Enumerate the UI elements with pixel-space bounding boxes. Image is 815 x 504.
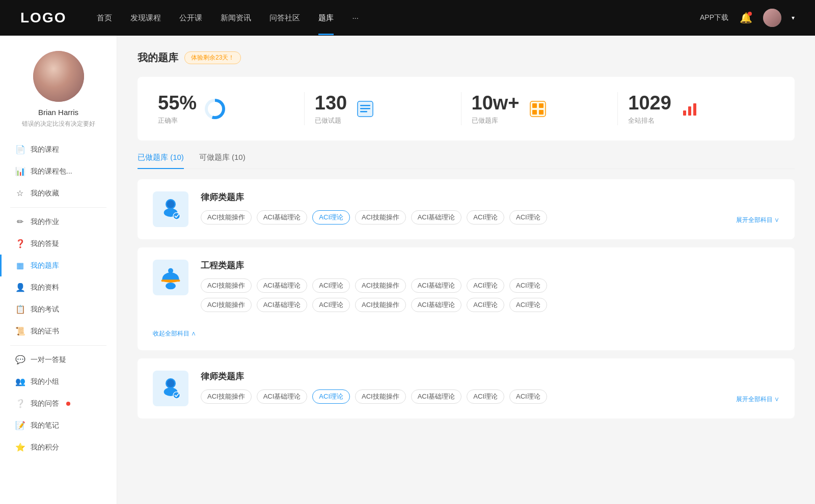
rank-label: 全站排名 <box>628 116 671 125</box>
bank-tag-2-1[interactable]: ACI基础理论 <box>257 389 308 404</box>
nav-item-home[interactable]: 首页 <box>97 13 112 23</box>
done-questions-label: 已做试题 <box>315 116 347 125</box>
sidebar-item-notes[interactable]: 📝 我的笔记 <box>0 414 117 436</box>
bank-tag-2-0[interactable]: ACI技能操作 <box>201 389 252 404</box>
bank-tag-1-s5[interactable]: ACI理论 <box>467 298 504 312</box>
tab-available-banks[interactable]: 可做题库 (10) <box>199 153 246 169</box>
navbar-dropdown-caret[interactable]: ▾ <box>792 14 795 21</box>
avatar-inner <box>33 51 84 102</box>
sidebar-item-my-questions[interactable]: ❔ 我的问答 <box>0 393 117 414</box>
navbar-menu: 首页 发现课程 公开课 新闻资讯 问答社区 题库 ··· <box>97 13 700 23</box>
svg-rect-10 <box>688 106 691 116</box>
profile-avatar <box>33 51 84 102</box>
lawyer-svg-2 <box>158 376 183 401</box>
svg-rect-2 <box>360 108 370 109</box>
sidebar-item-cert[interactable]: 📜 我的证书 <box>0 320 117 342</box>
bank-info-engineer: 工程类题库 ACI技能操作 ACI基础理论 ACI理论 ACI技能操作 ACI基… <box>201 260 547 312</box>
rank-number: 1029 <box>628 92 671 114</box>
bank-tag-2-3[interactable]: ACI技能操作 <box>355 389 406 404</box>
courses-icon: 📄 <box>15 145 24 154</box>
sidebar: Brian Harris 错误的决定比没有决定要好 📄 我的课程 📊 我的课程包… <box>0 36 117 504</box>
svg-point-15 <box>173 213 180 219</box>
bar-chart-icon <box>680 99 700 119</box>
sidebar-item-qa-answer[interactable]: ❓ 我的答疑 <box>0 233 117 255</box>
bank-tag-1-s2[interactable]: ACI理论 <box>312 298 350 312</box>
tab-done-banks[interactable]: 已做题库 (10) <box>138 153 184 169</box>
bank-tag-2-2[interactable]: ACI理论 <box>312 389 350 404</box>
bank-tag-0-5[interactable]: ACI理论 <box>467 210 504 225</box>
nav-item-qa[interactable]: 问答社区 <box>269 13 300 23</box>
accuracy-text-group: 55% 正确率 <box>158 92 197 125</box>
bank-tag-0-0[interactable]: ACI技能操作 <box>201 210 252 225</box>
stat-done-questions: 130 已做试题 <box>305 92 461 125</box>
navbar-avatar[interactable] <box>763 9 781 27</box>
bank-tag-1-3[interactable]: ACI技能操作 <box>355 278 406 293</box>
sidebar-item-points[interactable]: ⭐ 我的积分 <box>0 436 117 458</box>
expand-link-1[interactable]: 展开全部科目 ∨ <box>736 216 779 225</box>
expand-link-3[interactable]: 展开全部科目 ∨ <box>736 395 779 404</box>
nav-item-open[interactable]: 公开课 <box>179 13 202 23</box>
bank-tag-1-s6[interactable]: ACI理论 <box>509 298 547 312</box>
app-download-link[interactable]: APP下载 <box>700 13 728 22</box>
package-icon: 📊 <box>15 166 24 176</box>
bank-tag-2-6[interactable]: ACI理论 <box>509 389 547 404</box>
svg-rect-1 <box>360 105 370 106</box>
done-questions-number: 130 <box>315 92 347 114</box>
sidebar-item-favorites[interactable]: ☆ 我的收藏 <box>0 182 117 204</box>
nav-item-bank[interactable]: 题库 <box>318 13 334 23</box>
navbar-logo[interactable]: LOGO <box>20 10 66 26</box>
accuracy-label: 正确率 <box>158 116 197 125</box>
stat-rank: 1029 全站排名 <box>618 92 774 125</box>
tab-row: 已做题库 (10) 可做题库 (10) <box>138 153 795 169</box>
sidebar-item-exam[interactable]: 📋 我的考试 <box>0 298 117 320</box>
question-icon: ❔ <box>15 399 24 408</box>
bank-name-lawyer-2: 律师类题库 <box>201 371 779 382</box>
bank-name-engineer: 工程类题库 <box>201 260 547 271</box>
bank-tag-1-2[interactable]: ACI理论 <box>312 278 350 293</box>
bank-tag-1-s4[interactable]: ACI基础理论 <box>411 298 462 312</box>
bank-tag-0-1[interactable]: ACI基础理论 <box>257 210 308 225</box>
sidebar-item-homework[interactable]: ✏ 我的作业 <box>0 211 117 233</box>
bank-tag-1-1[interactable]: ACI基础理论 <box>257 278 308 293</box>
collapse-link[interactable]: 收起全部科目 ∧ <box>153 329 196 338</box>
bank-tag-1-s3[interactable]: ACI技能操作 <box>355 298 406 312</box>
bank-tag-1-5[interactable]: ACI理论 <box>467 278 504 293</box>
avatar-image <box>763 9 781 27</box>
bank-tag-2-5[interactable]: ACI理论 <box>467 389 504 404</box>
sidebar-item-course-package[interactable]: 📊 我的课程包... <box>0 160 117 182</box>
navbar-right: APP下载 🔔 ▾ <box>700 9 795 27</box>
sidebar-item-profile[interactable]: 👤 我的资料 <box>0 276 117 298</box>
bank-tag-2-4[interactable]: ACI基础理论 <box>411 389 462 404</box>
nav-item-news[interactable]: 新闻资讯 <box>221 13 251 23</box>
lawyer-icon-wrapper-1 <box>153 191 188 227</box>
page-header: 我的题库 体验剩余23天！ <box>138 51 795 65</box>
cert-icon: 📜 <box>15 326 24 336</box>
bank-tag-0-3[interactable]: ACI技能操作 <box>355 210 406 225</box>
sidebar-item-my-courses[interactable]: 📄 我的课程 <box>0 138 117 160</box>
sidebar-item-one-on-one[interactable]: 💬 一对一答疑 <box>0 349 117 371</box>
bank-tag-0-6[interactable]: ACI理论 <box>509 210 547 225</box>
done-banks-text: 10w+ 已做题库 <box>472 92 520 125</box>
bank-icon: ▦ <box>15 261 24 270</box>
lawyer-icon-wrapper-2 <box>153 371 188 406</box>
chat-icon: 💬 <box>15 355 24 365</box>
bank-tag-1-6[interactable]: ACI理论 <box>509 278 547 293</box>
bank-tag-0-2[interactable]: ACI理论 <box>312 210 350 225</box>
notification-bell[interactable]: 🔔 <box>739 11 753 25</box>
bank-tag-1-s0[interactable]: ACI技能操作 <box>201 298 252 312</box>
svg-rect-8 <box>539 110 544 115</box>
svg-rect-5 <box>532 103 537 108</box>
notes-icon: 📝 <box>15 421 24 430</box>
list-icon <box>355 99 375 119</box>
done-banks-label: 已做题库 <box>472 116 520 125</box>
sidebar-item-my-bank[interactable]: ▦ 我的题库 <box>0 255 117 276</box>
bank-tag-1-4[interactable]: ACI基础理论 <box>411 278 462 293</box>
nav-item-discover[interactable]: 发现课程 <box>130 13 161 23</box>
bank-tag-0-4[interactable]: ACI基础理论 <box>411 210 462 225</box>
sidebar-item-group[interactable]: 👥 我的小组 <box>0 371 117 393</box>
nav-item-more[interactable]: ··· <box>352 13 359 23</box>
svg-point-19 <box>166 283 176 289</box>
bank-tag-1-s1[interactable]: ACI基础理论 <box>257 298 308 312</box>
notification-dot <box>748 12 752 16</box>
bank-tag-1-0[interactable]: ACI技能操作 <box>201 278 252 293</box>
